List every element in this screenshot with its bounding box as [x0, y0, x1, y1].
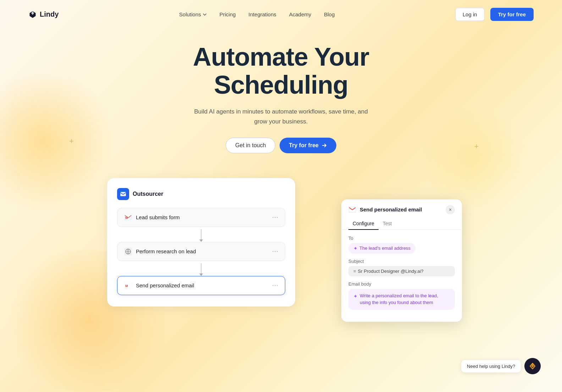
gmail-icon-step1: M	[124, 213, 132, 222]
config-field-subject: Subject ≡ Sr Product Designer @Lindy.ai?	[348, 259, 455, 276]
connector-2	[117, 261, 285, 276]
config-field-to-value[interactable]: ✦ The lead's email address	[348, 243, 415, 254]
step-lead-form[interactable]: M Lead submits form ···	[117, 208, 285, 227]
tab-configure[interactable]: Configure	[348, 218, 379, 230]
step-research-menu[interactable]: ···	[272, 248, 279, 255]
config-field-to-label: To	[348, 236, 455, 241]
config-panel-tabs: Configure Test	[341, 214, 462, 230]
step-lead-form-menu[interactable]: ···	[272, 214, 279, 221]
navigation: Lindy Solutions Pricing Integrations Aca…	[0, 0, 562, 29]
logo[interactable]: Lindy	[28, 10, 59, 19]
hero-buttons: Get in touch Try for free	[7, 138, 555, 153]
nav-link-integrations[interactable]: Integrations	[248, 11, 276, 17]
gmail-icon-step3: M	[124, 281, 132, 290]
step-research[interactable]: Perform research on lead ···	[117, 242, 285, 261]
try-for-free-hero-button[interactable]: Try for free	[280, 138, 336, 153]
gmail-m-icon: M	[124, 215, 132, 220]
nav-link-blog[interactable]: Blog	[324, 11, 335, 17]
config-panel-header: Send personalized email ×	[341, 199, 462, 214]
config-field-to: To ✦ The lead's email address	[348, 236, 455, 254]
nav-actions: Log in Try for free	[455, 8, 534, 21]
logo-text: Lindy	[40, 10, 59, 18]
connector-1	[117, 227, 285, 242]
svg-rect-0	[120, 192, 126, 196]
workflow-header: Outsourcer	[117, 188, 285, 200]
nav-link-solutions[interactable]: Solutions	[179, 11, 207, 17]
workflow-icon	[117, 188, 129, 200]
get-in-touch-button[interactable]: Get in touch	[226, 138, 275, 153]
config-panel-body: To ✦ The lead's email address Subject ≡ …	[341, 230, 462, 322]
step-research-label: Perform research on lead	[136, 248, 196, 254]
config-field-email-body-label: Email body	[348, 281, 455, 287]
email-icon	[120, 192, 126, 197]
step-email[interactable]: M Send personalized email ···	[117, 276, 285, 295]
hash-icon: ≡	[353, 269, 356, 274]
hero-title: Automate Your Scheduling	[7, 43, 555, 99]
config-field-email-body: Email body ✦ Write a personalized email …	[348, 281, 455, 310]
globe-icon	[124, 248, 132, 255]
login-button[interactable]: Log in	[455, 8, 485, 21]
step-email-label: Send personalized email	[136, 282, 194, 288]
step-lead-form-label: Lead submits form	[136, 214, 180, 220]
config-field-subject-label: Subject	[348, 259, 455, 264]
help-button[interactable]	[524, 358, 541, 374]
help-widget: Need help using Lindy?	[461, 358, 541, 374]
gmail-m-icon-2: M	[124, 283, 132, 288]
gmail-icon-config	[348, 206, 356, 214]
config-field-subject-value[interactable]: ≡ Sr Product Designer @Lindy.ai?	[348, 266, 455, 276]
step-email-menu[interactable]: ···	[272, 282, 279, 289]
config-field-email-body-value[interactable]: ✦ Write a personalized email to the lead…	[348, 289, 455, 310]
config-panel: Send personalized email × Configure Test…	[341, 199, 462, 322]
help-text: Need help using Lindy?	[461, 360, 521, 372]
try-for-free-nav-button[interactable]: Try for free	[490, 8, 534, 21]
workflow-card: Outsourcer M	[107, 178, 295, 307]
sparkle-icon-body: ✦	[353, 293, 358, 306]
tab-test[interactable]: Test	[379, 218, 396, 230]
sparkle-icon: ✦	[353, 245, 358, 251]
svg-text:M: M	[125, 216, 128, 220]
arrow-right-icon	[321, 143, 327, 148]
svg-text:M: M	[125, 284, 128, 288]
nav-link-pricing[interactable]: Pricing	[220, 11, 236, 17]
config-panel-close[interactable]: ×	[446, 205, 455, 214]
hero-section: Automate Your Scheduling Build AI agents…	[0, 29, 562, 178]
logo-icon	[28, 10, 37, 19]
lindy-help-icon	[529, 362, 536, 370]
nav-link-academy[interactable]: Academy	[289, 11, 312, 17]
chevron-down-icon	[203, 12, 207, 17]
nav-links: Solutions Pricing Integrations Academy B…	[179, 11, 335, 17]
demo-area: Outsourcer M	[86, 178, 476, 307]
hero-subtitle: Build AI agents in minutes to automate w…	[7, 107, 555, 126]
page-wrapper: + + Lindy Solutions Pricing Integrations	[0, 0, 562, 392]
config-panel-title: Send personalized email	[360, 206, 422, 212]
workflow-title: Outsourcer	[133, 191, 163, 197]
globe-icon-step2	[124, 247, 132, 256]
